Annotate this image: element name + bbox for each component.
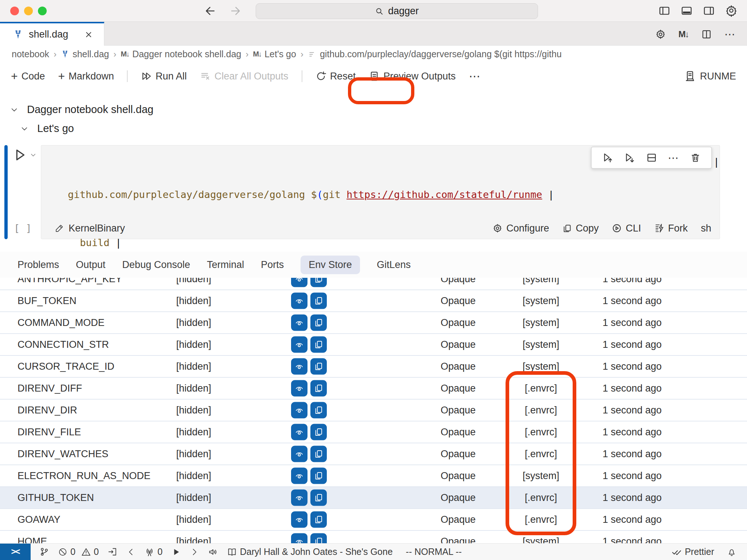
copy-value-button[interactable] [310,337,327,353]
notebook-subsection-heading[interactable]: Let's go [20,122,74,135]
configure-button[interactable]: Configure [492,223,549,234]
reveal-value-button[interactable] [291,533,307,544]
copy-value-button[interactable] [310,446,327,462]
notebook-section-heading[interactable]: Dagger notebook shell.dag [10,104,154,116]
tab-shell-dag[interactable]: shell.dag [0,22,104,46]
reset-button[interactable]: Reset [316,71,356,82]
prettier-status[interactable]: Prettier [671,547,714,557]
panel-tab-problems[interactable]: Problems [18,259,59,271]
navigate-back-status-button[interactable] [126,547,136,557]
breadcrumb-code-cell[interactable]: github.com/purpleclay/daggerverse/golang… [308,49,562,59]
reveal-value-button[interactable] [291,424,307,440]
preview-outputs-button[interactable]: Preview Outputs [369,71,456,82]
copy-value-button[interactable] [310,278,327,287]
toggle-sidebar-left-icon[interactable] [658,5,670,17]
execute-below-icon[interactable] [624,152,635,163]
notifications-bell-icon[interactable] [727,547,737,557]
run-cell-button[interactable] [12,147,28,163]
breadcrumb-notebook[interactable]: notebook [12,49,49,59]
navigate-forward-status-button[interactable] [190,547,199,557]
reveal-value-button[interactable] [291,278,307,287]
table-row[interactable]: DIRENV_DIR [hidden] Opaque [.envrc] 1 se… [0,400,747,421]
table-row[interactable]: GOAWAY [hidden] Opaque [.envrc] 1 second… [0,509,747,531]
settings-gear-icon[interactable] [725,4,738,17]
reveal-value-button[interactable] [291,337,307,353]
cell-more-actions-icon[interactable]: ⋯ [668,151,680,164]
copy-value-button[interactable] [310,512,327,528]
panel-tab-env-store[interactable]: Env Store [301,256,360,274]
zoom-window-button[interactable] [38,7,47,15]
run-options-chevron-icon[interactable] [30,152,36,158]
panel-tab-gitlens[interactable]: GitLens [377,259,411,271]
code-link[interactable]: https://github.com/stateful/runme [347,189,542,200]
breadcrumb-shell-dag[interactable]: shell.dag [61,49,109,59]
reveal-value-button[interactable] [291,490,307,506]
reveal-value-button[interactable] [291,512,307,528]
copy-value-button[interactable] [310,315,327,331]
table-row[interactable]: HOME [hidden] Opaque [system] 1 second a… [0,531,747,543]
copy-value-button[interactable] [310,380,327,397]
toolbar-more-actions[interactable]: ⋯ [469,69,481,83]
problems-status[interactable]: 0 0 [58,547,99,557]
more-actions-icon[interactable]: ⋯ [724,28,736,40]
fork-button[interactable]: Fork [654,223,688,234]
copy-value-button[interactable] [310,468,327,484]
runme-button[interactable]: RUNME [684,70,736,82]
kernel-selector[interactable]: KernelBinary [55,223,125,234]
panel-tab-output[interactable]: Output [76,259,105,271]
table-row[interactable]: BUF_TOKEN [hidden] Opaque [system] 1 sec… [0,290,747,312]
table-row[interactable]: COMMAND_MODE [hidden] Opaque [system] 1 … [0,312,747,334]
copy-value-button[interactable] [310,358,327,375]
command-center-search[interactable]: dagger [256,3,538,19]
reveal-value-button[interactable] [291,358,307,375]
panel-tab-debug-console[interactable]: Debug Console [122,259,190,271]
table-row[interactable]: CONNECTION_STR [hidden] Opaque [system] … [0,334,747,356]
copy-value-button[interactable] [310,402,327,419]
minimize-window-button[interactable] [24,7,33,15]
reveal-value-button[interactable] [291,402,307,419]
cell-language[interactable]: sh [701,223,711,234]
table-row[interactable]: DIRENV_FILE [hidden] Opaque [.envrc] 1 s… [0,421,747,443]
toggle-panel-icon[interactable] [681,5,693,17]
copy-value-button[interactable] [310,293,327,309]
table-row[interactable]: DIRENV_WATCHES [hidden] Opaque [.envrc] … [0,443,747,465]
table-row[interactable]: DIRENV_DIFF [hidden] Opaque [.envrc] 1 s… [0,378,747,400]
breadcrumb-lets-go[interactable]: M↓ Let's go [253,49,296,59]
table-row[interactable]: GITHUB_TOKEN [hidden] Opaque [.envrc] 1 … [0,487,747,509]
reveal-value-button[interactable] [291,468,307,484]
reveal-value-button[interactable] [291,293,307,309]
split-editor-icon[interactable] [701,29,712,40]
breadcrumb-notebook-heading[interactable]: M↓ Dagger notebook shell.dag [121,49,241,59]
reveal-value-button[interactable] [291,380,307,397]
volume-status-button[interactable] [208,547,218,557]
panel-tab-terminal[interactable]: Terminal [207,259,244,271]
play-status-button[interactable] [171,547,181,557]
copy-cell-button[interactable]: Copy [562,223,599,234]
panel-toggle-status-button[interactable] [108,547,117,557]
back-arrow-icon[interactable] [204,5,217,17]
broadcast-status[interactable]: 0 [144,547,163,557]
markdown-export-icon[interactable]: M↓ [678,29,689,39]
reveal-value-button[interactable] [291,315,307,331]
toggle-sidebar-right-icon[interactable] [703,5,715,17]
table-row[interactable]: ELECTRON_RUN_AS_NODE [hidden] Opaque [sy… [0,465,747,487]
add-code-cell-button[interactable]: +Code [11,70,45,82]
copy-value-button[interactable] [310,424,327,440]
close-window-button[interactable] [10,7,19,15]
cli-button[interactable]: CLI [612,223,641,234]
split-cell-icon[interactable] [646,152,657,163]
remote-indicator[interactable]: >< [0,544,31,560]
execute-above-icon[interactable] [602,152,614,163]
copy-value-button[interactable] [310,490,327,506]
notebook-settings-gear-icon[interactable] [655,29,666,40]
copy-value-button[interactable] [310,533,327,544]
clear-all-outputs-button[interactable]: Clear All Outputs [200,71,289,82]
close-tab-icon[interactable] [84,30,93,39]
reveal-value-button[interactable] [291,446,307,462]
add-markdown-cell-button[interactable]: +Markdown [58,70,114,82]
table-row[interactable]: CURSOR_TRACE_ID [hidden] Opaque [system]… [0,356,747,378]
panel-tab-ports[interactable]: Ports [261,259,284,271]
run-all-button[interactable]: Run All [141,71,187,82]
delete-cell-trash-icon[interactable] [690,152,701,163]
forward-arrow-icon[interactable] [229,5,241,17]
